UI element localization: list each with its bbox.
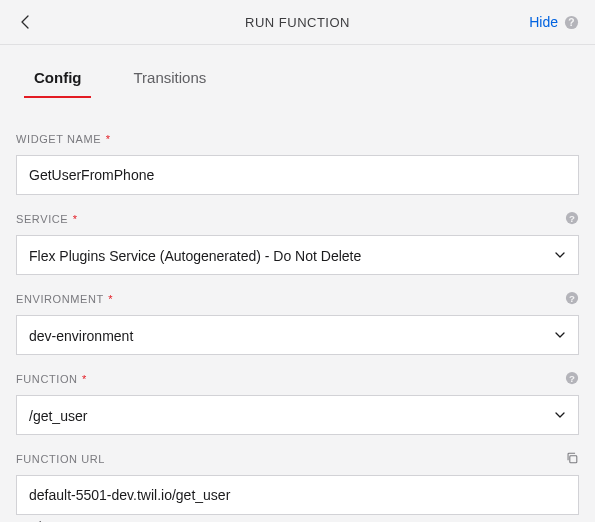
tab-transitions[interactable]: Transitions <box>123 63 216 98</box>
required-asterisk: * <box>82 373 87 385</box>
required-asterisk: * <box>108 293 113 305</box>
service-select[interactable]: Flex Plugins Service (Autogenerated) - D… <box>16 235 579 275</box>
function-value: /get_user <box>16 395 579 435</box>
copy-icon[interactable] <box>565 451 579 465</box>
svg-text:?: ? <box>569 293 575 304</box>
widget-name-input[interactable] <box>16 155 579 195</box>
help-icon[interactable]: ? <box>565 291 579 305</box>
function-url-input[interactable] <box>16 475 579 515</box>
svg-text:?: ? <box>569 213 575 224</box>
help-icon[interactable]: ? <box>564 15 579 30</box>
required-asterisk: * <box>73 213 78 225</box>
widget-name-label: WIDGET NAME <box>16 133 101 145</box>
environment-label: ENVIRONMENT <box>16 293 104 305</box>
environment-select[interactable]: dev-environment <box>16 315 579 355</box>
panel-header: RUN FUNCTION Hide ? <box>0 0 595 45</box>
hide-link[interactable]: Hide <box>529 14 558 30</box>
environment-value: dev-environment <box>16 315 579 355</box>
function-select[interactable]: /get_user <box>16 395 579 435</box>
panel-title: RUN FUNCTION <box>0 15 595 30</box>
tab-config[interactable]: Config <box>24 63 91 98</box>
required-asterisk: * <box>106 133 111 145</box>
svg-text:?: ? <box>568 17 574 28</box>
form-area: WIDGET NAME * SERVICE * ? Flex Plugins S… <box>0 99 595 522</box>
service-value: Flex Plugins Service (Autogenerated) - D… <box>16 235 579 275</box>
function-label: FUNCTION <box>16 373 78 385</box>
svg-text:?: ? <box>569 373 575 384</box>
svg-rect-8 <box>570 456 577 463</box>
tabs: Config Transitions <box>0 63 595 99</box>
help-icon[interactable]: ? <box>565 211 579 225</box>
service-label: SERVICE <box>16 213 68 225</box>
back-icon[interactable] <box>16 10 34 34</box>
help-icon[interactable]: ? <box>565 371 579 385</box>
function-url-label: FUNCTION URL <box>16 453 105 465</box>
